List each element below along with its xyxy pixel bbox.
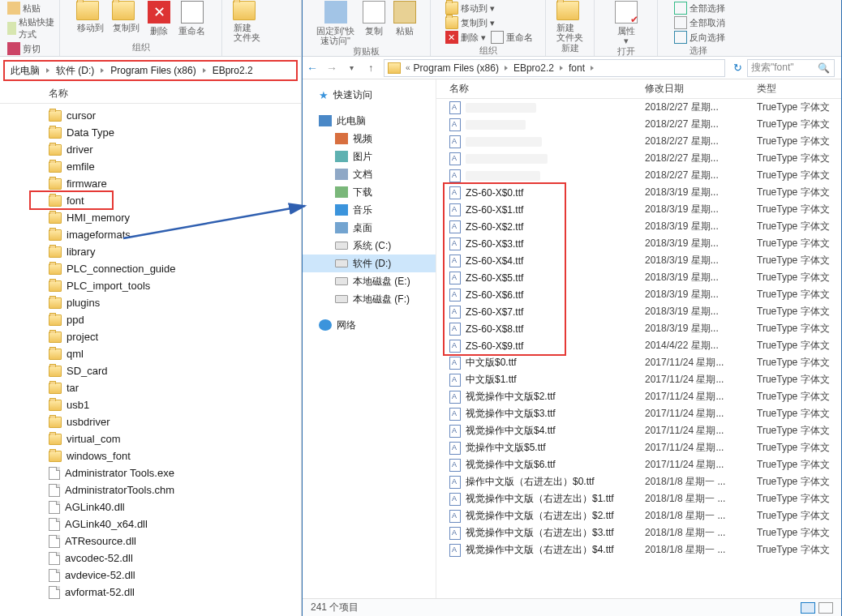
list-item[interactable]: 视觉操作中文版（右进左出）$3.ttf2018/1/8 星期一 ...TrueT…	[436, 524, 841, 541]
nav-back-button[interactable]: ←	[303, 58, 322, 78]
path-segment[interactable]: font	[569, 62, 585, 74]
nav-category[interactable]: 文档	[303, 165, 436, 183]
nav-recent-button[interactable]: ▾	[342, 58, 361, 78]
folder-item[interactable]: library	[0, 243, 301, 260]
folder-item[interactable]: cursor	[0, 107, 301, 124]
list-item[interactable]: 视觉操作中文版（右进左出）$1.ttf2018/1/8 星期一 ...TrueT…	[436, 490, 841, 507]
nav-category[interactable]: 音乐	[303, 201, 436, 219]
rename-small[interactable]: 重命名	[488, 30, 535, 45]
list-item[interactable]: ZS-60-X$6.ttf2018/3/19 星期...TrueType 字体文	[436, 286, 841, 303]
list-item[interactable]: ZS-60-X$4.ttf2018/3/19 星期...TrueType 字体文	[436, 252, 841, 269]
file-item[interactable]: AGLink40_x64.dll	[0, 515, 301, 533]
folder-item[interactable]: usb1	[0, 396, 301, 413]
list-item[interactable]: 中文版$0.ttf2017/11/24 星期...TrueType 字体文	[436, 354, 841, 371]
folder-item[interactable]: font	[0, 192, 301, 209]
new-folder-button[interactable]: 新建 文件夹	[552, 1, 588, 42]
select-none[interactable]: 全部取消	[672, 15, 728, 30]
list-item[interactable]: 视觉操作中文版$6.ttf2017/11/24 星期...TrueType 字体…	[436, 456, 841, 473]
list-item[interactable]: 2018/2/27 星期...TrueType 字体文	[436, 150, 841, 167]
cut-button[interactable]: 剪切	[5, 41, 43, 56]
file-item[interactable]: avdevice-52.dll	[0, 567, 301, 584]
folder-item[interactable]: qml	[0, 345, 301, 362]
header-name[interactable]: 名称	[436, 82, 645, 96]
rename-button[interactable]: 重命名	[174, 1, 209, 36]
list-item[interactable]: 视觉操作中文版$3.ttf2017/11/24 星期...TrueType 字体…	[436, 405, 841, 422]
list-item[interactable]: 操作中文版（右进左出）$0.ttf2018/1/8 星期一 ...TrueTyp…	[436, 473, 841, 490]
folder-item[interactable]: driver	[0, 141, 301, 158]
list-item[interactable]: ZS-60-X$7.ttf2018/3/19 星期...TrueType 字体文	[436, 303, 841, 320]
move-to-button[interactable]: 移动到	[72, 1, 108, 32]
properties-button[interactable]: ✔属性▾	[611, 1, 642, 45]
copy-to-small[interactable]: 复制到 ▾	[443, 15, 497, 30]
list-item[interactable]: ZS-60-X$0.ttf2018/3/19 星期...TrueType 字体文	[436, 184, 841, 201]
breadcrumb-item[interactable]: 此电脑	[10, 62, 41, 79]
nav-category[interactable]: 桌面	[303, 219, 436, 237]
nav-drive[interactable]: 软件 (D:)	[303, 255, 436, 272]
paste-button[interactable]: 粘贴	[5, 1, 43, 15]
list-item[interactable]: 视觉操作中文版（右进左出）$2.ttf2018/1/8 星期一 ...TrueT…	[436, 507, 841, 524]
file-item[interactable]: avformat-52.dll	[0, 584, 301, 601]
list-item[interactable]: ZS-60-X$8.ttf2018/3/19 星期...TrueType 字体文	[436, 320, 841, 337]
folder-item[interactable]: tar	[0, 379, 301, 396]
file-item[interactable]: AdministratorTools.chm	[0, 481, 301, 498]
nav-forward-button[interactable]: →	[322, 58, 342, 78]
list-item[interactable]: ZS-60-X$3.ttf2018/3/19 星期...TrueType 字体文	[436, 235, 841, 252]
left-file-list[interactable]: cursorData TypedriveremfilefirmwarefontH…	[0, 104, 301, 616]
header-date[interactable]: 修改日期	[645, 82, 757, 96]
left-breadcrumb[interactable]: 此电脑软件 (D:)Program Files (x86)EBpro2.2	[3, 60, 298, 81]
paste-shortcut-button[interactable]: 粘贴快捷方式	[5, 15, 57, 41]
header-type[interactable]: 类型	[757, 82, 841, 96]
file-item[interactable]: ATResource.dll	[0, 533, 301, 550]
list-item[interactable]: ZS-60-X$2.ttf2018/3/19 星期...TrueType 字体文	[436, 218, 841, 235]
nav-category[interactable]: 图片	[303, 148, 436, 165]
breadcrumb-item[interactable]: EBpro2.2	[212, 63, 254, 78]
left-column-headers[interactable]: 名称	[0, 84, 301, 104]
nav-up-button[interactable]: ↑	[361, 58, 380, 78]
nav-network[interactable]: 网络	[303, 316, 436, 334]
file-item[interactable]: avcodec-52.dll	[0, 550, 301, 567]
delete-small[interactable]: ✕删除 ▾	[443, 30, 488, 45]
folder-item[interactable]: project	[0, 328, 301, 345]
new-folder-button[interactable]: 新建 文件夹	[229, 1, 264, 42]
search-input[interactable]: 搜索"font" 🔍	[747, 59, 835, 77]
folder-item[interactable]: ppd	[0, 311, 301, 328]
nav-quick-access[interactable]: ★快速访问	[303, 86, 436, 104]
copy-button[interactable]: 复制	[359, 1, 389, 36]
icons-view-button[interactable]	[818, 602, 833, 614]
move-to-small[interactable]: 移动到 ▾	[443, 1, 497, 15]
path-segment[interactable]: Program Files (x86)	[414, 62, 499, 74]
list-item[interactable]: 觉操作中文版$5.ttf2017/11/24 星期...TrueType 字体文	[436, 439, 841, 456]
invert-select[interactable]: 反向选择	[672, 30, 728, 45]
header-name[interactable]: 名称	[49, 87, 68, 101]
breadcrumb-item[interactable]: 软件 (D:)	[55, 62, 95, 79]
folder-item[interactable]: imageformats	[0, 226, 301, 243]
list-item[interactable]: 视觉操作中文版（右进左出）$4.ttf2018/1/8 星期一 ...TrueT…	[436, 541, 841, 558]
file-item[interactable]: AGLink40.dll	[0, 498, 301, 515]
nav-category[interactable]: 下载	[303, 183, 436, 201]
folder-item[interactable]: windows_font	[0, 447, 301, 464]
folder-item[interactable]: plugins	[0, 294, 301, 311]
list-item[interactable]: 2018/2/27 星期...TrueType 字体文	[436, 116, 841, 133]
file-list[interactable]: 2018/2/27 星期...TrueType 字体文2018/2/27 星期.…	[436, 99, 841, 598]
list-item[interactable]: 中文版$1.ttf2017/11/24 星期...TrueType 字体文	[436, 371, 841, 388]
list-item[interactable]: 2018/2/27 星期...TrueType 字体文	[436, 99, 841, 116]
select-all[interactable]: 全部选择	[672, 1, 728, 15]
folder-item[interactable]: PLC_connection_guide	[0, 260, 301, 277]
nav-drive[interactable]: 本地磁盘 (E:)	[303, 272, 436, 290]
details-view-button[interactable]	[801, 602, 815, 614]
path-segment[interactable]: EBpro2.2	[513, 62, 554, 74]
nav-drive[interactable]: 系统 (C:)	[303, 237, 436, 255]
list-item[interactable]: 视觉操作中文版$4.ttf2017/11/24 星期...TrueType 字体…	[436, 422, 841, 439]
nav-category[interactable]: 视频	[303, 130, 436, 148]
navigation-pane[interactable]: ★快速访问此电脑视频图片文档下载音乐桌面系统 (C:)软件 (D:)本地磁盘 (…	[303, 79, 436, 598]
folder-item[interactable]: PLC_import_tools	[0, 277, 301, 294]
copy-to-button[interactable]: 复制到	[108, 1, 144, 32]
folder-item[interactable]: virtual_com	[0, 430, 301, 447]
list-item[interactable]: 视觉操作中文版$2.ttf2017/11/24 星期...TrueType 字体…	[436, 388, 841, 405]
list-item[interactable]: ZS-60-X$1.ttf2018/3/19 星期...TrueType 字体文	[436, 201, 841, 218]
folder-item[interactable]: Data Type	[0, 124, 301, 141]
refresh-button[interactable]: ↻	[728, 62, 747, 74]
folder-item[interactable]: SD_card	[0, 362, 301, 379]
list-column-headers[interactable]: 名称 修改日期 类型	[436, 79, 841, 99]
paste-button[interactable]: 粘贴	[389, 1, 420, 36]
